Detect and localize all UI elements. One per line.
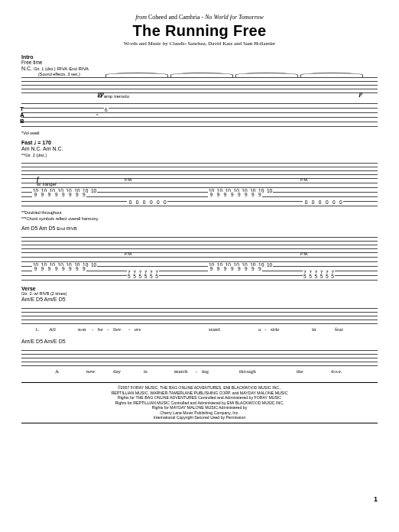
lyric: be bbox=[98, 326, 103, 332]
source-line: from Coheed and Cambria - No World for T… bbox=[21, 14, 378, 21]
system-verse-2: Am/E D5 Am/E D5 A new day is march - ing… bbox=[21, 339, 378, 376]
lyric: day bbox=[113, 368, 121, 375]
lyric: door. bbox=[331, 368, 342, 375]
riva-marker: RIVA bbox=[57, 66, 68, 71]
artist-name: Coheed and Cambria bbox=[148, 14, 200, 21]
lyric: All bbox=[49, 326, 56, 332]
lyric: march bbox=[174, 368, 188, 375]
lyric: a bbox=[258, 326, 261, 332]
chord-ame: Am/E bbox=[44, 339, 57, 344]
chord-ame: Am/E bbox=[21, 297, 34, 302]
chord-ame: Am/E bbox=[44, 297, 57, 302]
tab-d5-bot: 5 5 5 5 5 5 bbox=[127, 274, 159, 279]
tie bbox=[105, 73, 168, 77]
sys3-chord-row: Am D5 Am D5 End RIVB bbox=[21, 225, 378, 232]
intro-tab: TAB 6 * bbox=[21, 102, 378, 128]
sys4-staff bbox=[21, 304, 378, 326]
source-prefix: from bbox=[135, 14, 147, 21]
sys3-tab: 10 10 10 10 10 10 10 10 9 9 9 9 9 9 9 9 … bbox=[21, 255, 378, 281]
sys4-lyrics: 1. All non - be - liev - ers stand a - s… bbox=[21, 326, 378, 334]
end-rivb-marker: End RIVB bbox=[57, 226, 76, 231]
lyric: new bbox=[86, 368, 96, 375]
lyric: liev bbox=[113, 326, 122, 332]
footnote-volswell: *Vol swell bbox=[21, 131, 378, 135]
lyric: stand bbox=[209, 326, 220, 332]
section-intro-label: Intro bbox=[21, 54, 378, 60]
system-verse-1: Verse Gtr. 2: w/ RIVB (2 times) Am/E D5 … bbox=[21, 286, 378, 334]
sys5-staff bbox=[21, 346, 378, 368]
copyright-line: International Copyright Secured Used by … bbox=[21, 415, 378, 420]
intro-gtr-label: Gtr. 1 (dist.) bbox=[34, 66, 56, 71]
perf-tremolo: w/ amp tremolo bbox=[98, 94, 129, 99]
lyric: - bbox=[128, 326, 130, 332]
gtr2-label-row: **Gtr. 2 (dist.) bbox=[21, 153, 378, 158]
chord-am: Am bbox=[39, 225, 47, 231]
lyric: ing bbox=[202, 368, 209, 375]
page-number: 1 bbox=[374, 495, 378, 503]
lyric: ers bbox=[135, 326, 141, 332]
chord-ame: Am/E bbox=[21, 339, 34, 344]
lyric: - bbox=[196, 368, 197, 375]
lyric: is bbox=[144, 368, 148, 375]
fx-note: (Sound effects, 3 sec.) bbox=[38, 72, 80, 76]
tie bbox=[235, 73, 298, 77]
copyright-block: ©2007 FORAY MUSIC, THE BAG ONLINE ADVENT… bbox=[21, 382, 378, 423]
sys3-staff: P.M. P.M. bbox=[21, 233, 378, 255]
chord-am: Am bbox=[21, 225, 30, 231]
chord-am: Am bbox=[21, 146, 30, 151]
lyric: in bbox=[312, 326, 316, 332]
verse-label: Verse bbox=[21, 286, 378, 291]
tab-low: 0 0 0 0 0 0 bbox=[303, 200, 343, 205]
tab-bot: 9 9 9 9 9 9 9 9 bbox=[32, 192, 86, 197]
sys5-chord-row: Am/E D5 Am/E D5 bbox=[21, 339, 378, 345]
sys4-chord-row: Am/E D5 Am/E D5 bbox=[21, 297, 378, 303]
end-riva-marker: End RIVA bbox=[69, 66, 89, 71]
system-fast: Fast ♩ = 170 Am N.C. Am N.C. **Gtr. 2 (d… bbox=[21, 140, 378, 221]
tab-low: 0 0 0 0 0 0 bbox=[127, 200, 167, 205]
song-credits: Words and Music by Claudio Sanchez, Davi… bbox=[21, 41, 378, 47]
tab-bot: 9 9 9 9 9 9 9 9 bbox=[208, 266, 262, 271]
chord-nc: N.C. bbox=[52, 146, 63, 151]
chord-d5: D5 bbox=[59, 297, 66, 302]
separator: - bbox=[202, 14, 204, 21]
lyric: fear bbox=[335, 326, 343, 332]
lyric: side bbox=[271, 326, 279, 332]
fast-label-text: Fast bbox=[21, 140, 32, 145]
tab-bot: 9 9 9 9 9 9 9 9 bbox=[208, 192, 262, 197]
vol-swell-asterisk: * bbox=[96, 113, 98, 118]
album-name: No World for Tomorrow bbox=[205, 14, 264, 21]
chord-d5: D5 bbox=[36, 297, 43, 302]
song-title: The Running Free bbox=[21, 22, 378, 40]
tab-d5-bot: 5 5 5 5 5 5 bbox=[303, 274, 335, 279]
lyric: - bbox=[92, 326, 93, 332]
footnote-doubled: **Doubled throughout bbox=[21, 210, 378, 215]
tie bbox=[170, 73, 233, 77]
lyric: - bbox=[264, 326, 266, 332]
chord-d5: D5 bbox=[36, 339, 43, 344]
lyric: - bbox=[107, 326, 109, 332]
riff-note: Gtr. 2: w/ RIVB (2 times) bbox=[21, 291, 66, 296]
tab-num: 6 bbox=[104, 107, 109, 112]
gtr2-label: **Gtr. 2 (dist.) bbox=[21, 153, 47, 157]
lyric: the bbox=[297, 368, 303, 375]
riff-note-row: Gtr. 2: w/ RIVB (2 times) bbox=[21, 291, 378, 297]
system-intro: Intro Free time N.C. Gtr. 1 (dist.) RIVA… bbox=[21, 54, 378, 135]
chord-d5: D5 bbox=[59, 339, 66, 344]
perf-row: w/ amp tremolo bbox=[21, 96, 378, 101]
chord-nc: N.C. bbox=[31, 146, 41, 151]
sys5-lyrics: A new day is march - ing through the doo… bbox=[21, 368, 378, 376]
footnote-harmony: ***Chord symbols reflect overall harmony… bbox=[21, 216, 378, 221]
fast-tab: 10 10 10 10 10 10 10 10 9 9 9 9 9 9 9 9 … bbox=[21, 181, 378, 207]
tie bbox=[300, 73, 363, 77]
tab-bot: 9 9 9 9 9 9 9 9 bbox=[32, 266, 86, 271]
lyric-num: 1. bbox=[35, 326, 39, 332]
sheet-page: from Coheed and Cambria - No World for T… bbox=[0, 0, 399, 509]
intro-staff: (Sound effects, 3 sec.) pp p bbox=[21, 73, 378, 95]
fast-label: Fast ♩ = 170 bbox=[21, 140, 378, 146]
chord-d5: D5 bbox=[48, 225, 55, 231]
system-3: Am D5 Am D5 End RIVB P.M. P.M. 10 10 10 … bbox=[21, 225, 378, 281]
fast-chord-row: Am N.C. Am N.C. bbox=[21, 146, 378, 153]
chord-d5: D5 bbox=[31, 225, 37, 231]
intro-chord: N.C. bbox=[21, 66, 32, 71]
intro-tempo-note: Free time bbox=[21, 60, 378, 65]
